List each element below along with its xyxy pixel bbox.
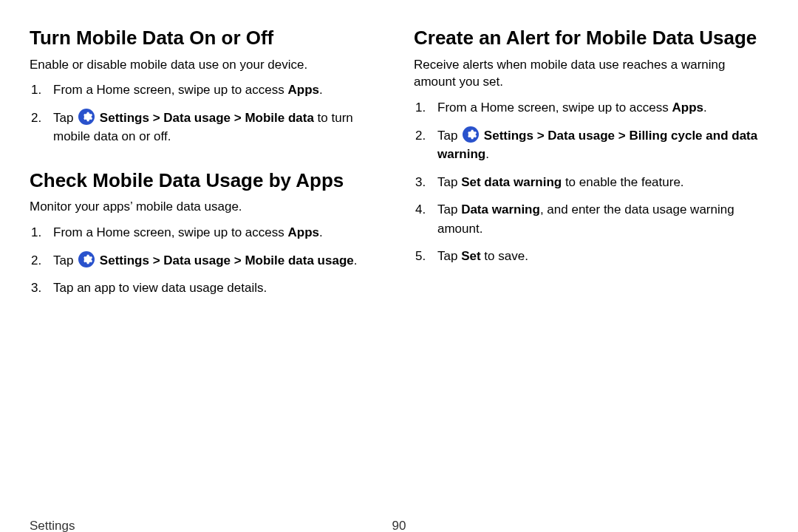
step-text: . <box>319 225 323 239</box>
step-item: Tap Settings > Data usage > Billing cycl… <box>414 126 768 164</box>
right-column: Create an Alert for Mobile Data Usage Re… <box>414 26 768 320</box>
step-text: to save. <box>481 249 528 263</box>
intro-text: Receive alerts when mobile data use reac… <box>414 56 768 92</box>
step-item: Tap Set to save. <box>414 247 768 266</box>
step-text: Tap <box>437 202 461 216</box>
step-text: . <box>703 100 707 115</box>
bold-path: Settings > Data usage > Mobile data <box>96 111 314 125</box>
step-text: Tap <box>53 253 77 267</box>
bold-text: Data warning <box>461 202 540 216</box>
bold-text: Apps <box>672 100 703 115</box>
heading-turn-mobile-data: Turn Mobile Data On or Off <box>30 26 384 50</box>
step-item: Tap Settings > Data usage > Mobile data … <box>30 251 384 270</box>
bold-text: Set <box>461 249 480 263</box>
step-text: Tap <box>437 175 461 189</box>
step-item: From a Home screen, swipe up to access A… <box>30 223 384 242</box>
intro-text: Enable or disable mobile data use on you… <box>30 56 384 74</box>
section-create-alert: Create an Alert for Mobile Data Usage Re… <box>414 26 768 266</box>
bold-path: Settings > Data usage > Mobile data usag… <box>96 253 354 267</box>
footer-section-label: Settings <box>30 519 75 532</box>
step-item: Tap Settings > Data usage > Mobile data … <box>30 109 384 146</box>
bold-text: Apps <box>287 83 319 97</box>
step-text: . <box>319 83 323 97</box>
step-item: Tap an app to view data usage details. <box>30 279 384 298</box>
section-turn-mobile-data: Turn Mobile Data On or Off Enable or dis… <box>30 26 384 146</box>
step-text: From a Home screen, swipe up to access <box>53 83 287 97</box>
step-text: Tap <box>437 249 461 263</box>
settings-gear-icon <box>463 126 479 143</box>
bold-text: Apps <box>287 225 319 239</box>
step-text: . <box>485 147 489 161</box>
step-item: Tap Data warning, and enter the data usa… <box>414 200 768 238</box>
steps-list: From a Home screen, swipe up to access A… <box>414 98 768 266</box>
step-text: to enable the feature. <box>562 175 683 189</box>
step-text: Tap <box>53 111 77 125</box>
left-column: Turn Mobile Data On or Off Enable or dis… <box>30 26 384 320</box>
step-text: . <box>354 253 358 267</box>
step-text: From a Home screen, swipe up to access <box>53 225 287 239</box>
settings-gear-icon <box>78 251 95 267</box>
step-text: Tap <box>437 129 461 143</box>
step-item: From a Home screen, swipe up to access A… <box>30 81 384 100</box>
steps-list: From a Home screen, swipe up to access A… <box>30 223 384 298</box>
heading-check-data-usage: Check Mobile Data Usage by Apps <box>30 168 384 193</box>
step-item: Tap Set data warning to enable the featu… <box>414 173 768 192</box>
section-check-data-usage: Check Mobile Data Usage by Apps Monitor … <box>30 168 384 298</box>
settings-gear-icon <box>78 109 95 125</box>
step-text: From a Home screen, swipe up to access <box>437 100 672 115</box>
footer-page-number: 90 <box>392 519 406 532</box>
heading-create-alert: Create an Alert for Mobile Data Usage <box>414 26 768 50</box>
bold-text: Set data warning <box>461 175 562 189</box>
steps-list: From a Home screen, swipe up to access A… <box>30 81 384 146</box>
intro-text: Monitor your apps’ mobile data usage. <box>30 198 384 216</box>
step-item: From a Home screen, swipe up to access A… <box>414 98 768 117</box>
